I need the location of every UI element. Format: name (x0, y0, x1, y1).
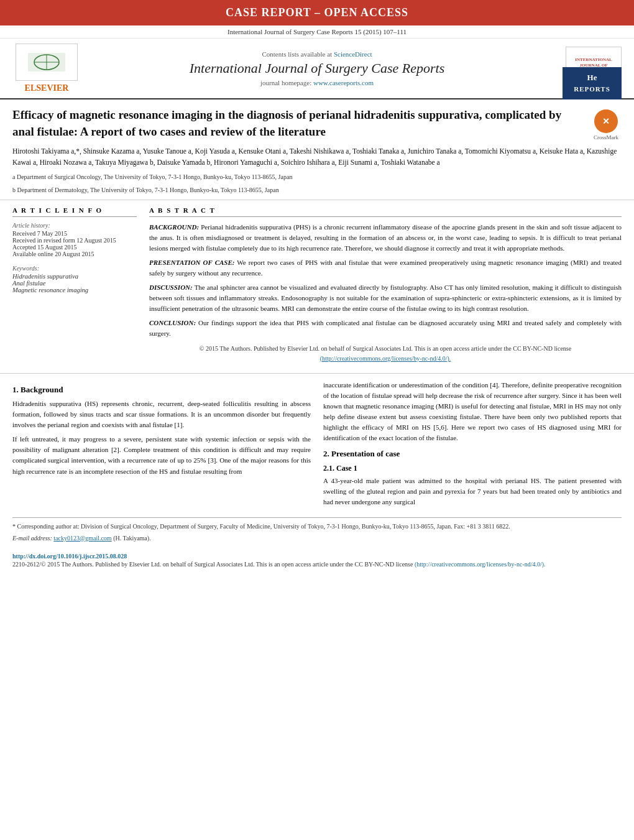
elsevier-logo: ELSEVIER (12, 44, 81, 93)
footer-license-link[interactable]: (http://creativecommons.org/licenses/by-… (415, 561, 546, 568)
section2-para1: A 43-year-old male patient was admitted … (323, 476, 622, 507)
science-direct-link[interactable]: ScienceDirect (334, 50, 372, 58)
article-abstract-section: A R T I C L E I N F O Article history: R… (0, 200, 634, 374)
crossmark[interactable]: ✕ CrossMark (590, 109, 622, 141)
keyword-1: Hidradenitis suppurativa (12, 273, 137, 280)
journal-center: Contents lists available at ScienceDirec… (81, 50, 553, 86)
crossmark-label: CrossMark (594, 134, 618, 141)
journal-header: ELSEVIER Contents lists available at Sci… (0, 39, 634, 99)
authors-list: Hirotoshi Takiyama a,*, Shinsuke Kazama … (12, 145, 622, 168)
corresponding-author: * Corresponding author at: Division of S… (12, 522, 622, 531)
section1-para1: Hidradenitis suppurativa (HS) represents… (12, 399, 311, 430)
homepage-label: journal homepage: www.casereports.com (81, 79, 553, 86)
science-direct-label: Contents lists available at ScienceDirec… (81, 50, 553, 58)
abstract-presentation: PRESENTATION OF CASE: We report two case… (149, 257, 622, 279)
abstract-heading: A B S T R A C T (149, 206, 622, 217)
abstract-discussion: DISCUSSION: The anal sphincter area cann… (149, 282, 622, 314)
paper-title: Efficacy of magnetic resonance imaging i… (12, 107, 590, 140)
elsevier-logo-box (16, 44, 78, 81)
homepage-link[interactable]: www.casereports.com (313, 79, 374, 86)
affiliation-b: b Department of Dermatology, The Univers… (12, 185, 622, 195)
abstract-background: BACKGROUND: Perianal hidradenitis suppur… (149, 222, 622, 254)
received-revised-date: Received in revised form 12 August 2015 (12, 237, 137, 244)
email-line: E-mail address: tacky0123@gmail.com (H. … (12, 533, 622, 543)
he-reports-badge: He REPORTS (563, 67, 622, 99)
he-reports-he: He (567, 72, 617, 83)
body-left: 1. Background Hidradenitis suppurativa (… (12, 380, 311, 510)
footer: http://dx.doi.org/10.1016/j.ijscr.2015.0… (0, 549, 634, 574)
journal-title: International Journal of Surgery Case Re… (81, 60, 553, 76)
keyword-3: Magnetic resonance imaging (12, 287, 137, 293)
doi-bar: International Journal of Surgery Case Re… (0, 25, 634, 39)
footnotes: * Corresponding author at: Division of S… (12, 517, 622, 543)
crossmark-logo: ✕ (594, 109, 618, 133)
available-date: Available online 20 August 2015 (12, 251, 137, 257)
article-info-heading: A R T I C L E I N F O (12, 206, 137, 217)
received-date: Received 7 May 2015 (12, 230, 137, 237)
keyword-2: Anal fistulae (12, 280, 137, 287)
section1-right-para1: inaccurate identification or underestima… (323, 380, 622, 443)
section1-para2: If left untreated, it may progress to a … (12, 434, 311, 476)
keywords-section: Keywords: Hidradenitis suppurativa Anal … (12, 265, 137, 293)
body-content: 1. Background Hidradenitis suppurativa (… (0, 374, 634, 517)
abstract-conclusion: CONCLUSION: Our findings support the ide… (149, 318, 622, 339)
elsevier-text: ELSEVIER (25, 83, 69, 93)
footer-copyright: 2210-2612/© 2015 The Authors. Published … (12, 561, 413, 568)
abstract-section: A B S T R A C T BACKGROUND: Perianal hid… (149, 206, 622, 367)
case-report-banner: CASE REPORT – OPEN ACCESS (0, 0, 634, 25)
keywords-label: Keywords: (12, 265, 137, 272)
section1-heading: 1. Background (12, 385, 311, 395)
section2-heading: 2. Presentation of case (323, 449, 622, 459)
article-info: A R T I C L E I N F O Article history: R… (12, 206, 137, 367)
body-right: inaccurate identification or underestima… (323, 380, 622, 510)
license-link[interactable]: (http://creativecommons.org/licenses/by-… (320, 355, 451, 362)
email-link[interactable]: tacky0123@gmail.com (53, 535, 111, 542)
history-label: Article history: (12, 222, 137, 229)
affiliation-a: a Department of Surgical Oncology, The U… (12, 172, 622, 182)
section2-sub-heading: 2.1. Case 1 (323, 464, 622, 473)
doi-link[interactable]: http://dx.doi.org/10.1016/j.ijscr.2015.0… (12, 553, 622, 560)
he-reports-label: REPORTS (567, 85, 617, 94)
license-note: © 2015 The Authors. Published by Elsevie… (149, 344, 622, 363)
accepted-date: Accepted 15 August 2015 (12, 244, 137, 251)
paper-section: Efficacy of magnetic resonance imaging i… (0, 99, 634, 200)
